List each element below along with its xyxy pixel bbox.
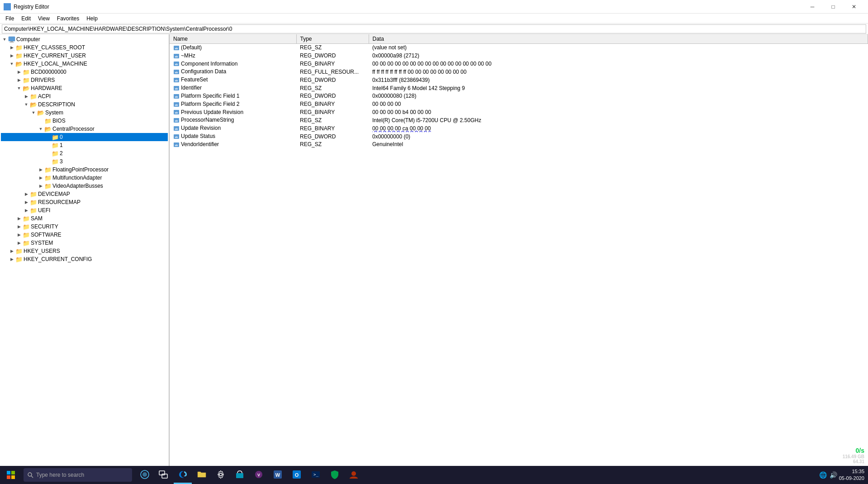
search-box[interactable]: Type here to search (24, 468, 132, 482)
taskbar-agent-icon[interactable] (345, 466, 363, 484)
minimize-button[interactable]: ─ (802, 0, 823, 14)
tree-item-system[interactable]: ▼ 📂 System (1, 109, 168, 117)
table-row[interactable]: ab ~MHz REG_DWORD 0x00000a98 (2712) (170, 52, 868, 60)
tree-item-uefi[interactable]: ▶ 📁 UEFI (1, 206, 168, 214)
tree-item-hkey-classes-root[interactable]: ▶ 📁 HKEY_CLASSES_ROOT (1, 43, 168, 52)
table-row[interactable]: ab Platform Specific Field 2 REG_BINARY … (170, 100, 868, 108)
tree-item-multifunction[interactable]: ▶ 📁 MultifunctionAdapter (1, 174, 168, 182)
taskbar-explorer-icon[interactable] (193, 466, 211, 484)
table-row[interactable]: ab Identifier REG_SZ Intel64 Family 6 Mo… (170, 84, 868, 92)
tree-label-sam: SAM (31, 215, 43, 222)
close-button[interactable]: ✕ (844, 0, 864, 14)
tree-item-resourcemap[interactable]: ▶ 📁 RESOURCEMAP (1, 198, 168, 206)
toggle-system2[interactable]: ▶ (15, 239, 23, 247)
menu-view[interactable]: View (34, 14, 53, 23)
network-size2: 64.31 (843, 459, 864, 464)
toggle-hkey-local-machine[interactable]: ▼ (8, 60, 15, 67)
maximize-button[interactable]: □ (823, 0, 844, 14)
tree-item-security[interactable]: ▶ 📁 SECURITY (1, 223, 168, 231)
tree-item-hkey-local-machine[interactable]: ▼ 📂 HKEY_LOCAL_MACHINE (1, 60, 168, 68)
table-row[interactable]: ab ProcessorNameString REG_SZ Intel(R) C… (170, 116, 868, 124)
toggle-hkey-classes-root[interactable]: ▶ (8, 44, 15, 51)
tree-item-acpi[interactable]: ▶ 📁 ACPI (1, 92, 168, 100)
tree-item-description[interactable]: ▼ 📂 DESCRIPTION (1, 100, 168, 109)
tree-item-hkey-current-config[interactable]: ▶ 📁 HKEY_CURRENT_CONFIG (1, 255, 168, 263)
toggle-security[interactable]: ▶ (15, 223, 23, 230)
toggle-hkey-current-user[interactable]: ▶ (8, 52, 15, 59)
table-row[interactable]: ab FeatureSet REG_DWORD 0x311b3fff (8238… (170, 76, 868, 84)
tree-item-devicemap[interactable]: ▶ 📁 DEVICEMAP (1, 190, 168, 198)
col-header-name[interactable]: Name (170, 34, 296, 44)
menu-edit[interactable]: Edit (18, 14, 34, 23)
start-button[interactable] (0, 466, 22, 484)
toggle-devicemap[interactable]: ▶ (23, 190, 30, 198)
col-header-type[interactable]: Type (296, 34, 369, 44)
tree-item-hkey-current-user[interactable]: ▶ 📁 HKEY_CURRENT_USER (1, 52, 168, 60)
table-row[interactable]: ab Platform Specific Field 1 REG_DWORD 0… (170, 92, 868, 100)
toggle-hkey-current-config[interactable]: ▶ (8, 256, 15, 263)
toggle-sam[interactable]: ▶ (15, 215, 23, 222)
table-row[interactable]: ab (Default) REG_SZ (value not set) (170, 44, 868, 52)
toggle-acpi[interactable]: ▶ (23, 93, 30, 100)
toggle-system[interactable]: ▼ (30, 109, 37, 116)
tree-item-cpu0[interactable]: ▶ 📁 0 (1, 133, 168, 141)
toggle-videoadapter[interactable]: ▶ (37, 182, 44, 190)
table-row[interactable]: ab Previous Update Revision REG_BINARY 0… (170, 108, 868, 116)
tree-label-resourcemap: RESOURCEMAP (38, 199, 81, 205)
tree-item-cpu3[interactable]: ▶ 📁 3 (1, 157, 168, 166)
col-header-data[interactable]: Data (369, 34, 868, 44)
toggle-resourcemap[interactable]: ▶ (23, 199, 30, 206)
computer-icon (8, 36, 15, 43)
tree-item-videoadapter[interactable]: ▶ 📁 VideoAdapterBusses (1, 182, 168, 190)
tree-item-floating[interactable]: ▶ 📁 FloatingPointProcessor (1, 166, 168, 174)
reg-data-cell: 0x00000a98 (2712) (369, 52, 868, 60)
tree-item-sam[interactable]: ▶ 📁 SAM (1, 214, 168, 223)
toggle-computer[interactable]: ▼ (1, 36, 8, 43)
taskbar-edge-icon[interactable] (174, 466, 192, 484)
tree-item-cpu1[interactable]: ▶ 📁 1 (1, 141, 168, 149)
tree-item-hardware[interactable]: ▼ 📂 HARDWARE (1, 84, 168, 92)
table-row[interactable]: ab VendorIdentifier REG_SZ GenuineIntel (170, 140, 868, 148)
taskbar-vega-icon[interactable]: V (250, 466, 268, 484)
taskbar-outlook-icon[interactable]: O (288, 466, 306, 484)
tree-label-system2: SYSTEM (31, 240, 53, 246)
tree-item-system2[interactable]: ▶ 📁 SYSTEM (1, 239, 168, 247)
toggle-floating[interactable]: ▶ (37, 166, 44, 173)
table-row[interactable]: ab Component Information REG_BINARY 00 0… (170, 60, 868, 68)
tree-item-drivers[interactable]: ▶ 📁 DRIVERS (1, 76, 168, 84)
taskbar-settings-icon[interactable] (212, 466, 230, 484)
tree-item-computer[interactable]: ▼ Computer (1, 35, 168, 43)
address-input[interactable] (2, 24, 866, 33)
toggle-centralprocessor[interactable]: ▼ (37, 125, 44, 133)
menu-favorites[interactable]: Favorites (53, 14, 83, 23)
taskbar-store-icon[interactable] (231, 466, 249, 484)
taskbar-security-icon[interactable] (326, 466, 344, 484)
tree-panel[interactable]: ▼ Computer ▶ 📁 HKEY_CLASSES_ROOT ▶ 📁 HKE… (0, 34, 170, 466)
menu-file[interactable]: File (2, 14, 18, 23)
tree-label-bcd: BCD00000000 (31, 69, 66, 75)
svg-rect-35 (7, 475, 10, 479)
table-row[interactable]: ab Update Revision REG_BINARY 00 00 00 0… (170, 124, 868, 133)
toggle-description[interactable]: ▼ (23, 101, 30, 108)
tree-item-bcd[interactable]: ▶ 📁 BCD00000000 (1, 68, 168, 76)
tree-item-centralprocessor[interactable]: ▼ 📂 CentralProcessor (1, 125, 168, 133)
tree-item-cpu2[interactable]: ▶ 📁 2 (1, 149, 168, 157)
table-row[interactable]: ab Update Status REG_DWORD 0x00000000 (0… (170, 133, 868, 141)
toggle-hardware[interactable]: ▼ (15, 85, 23, 92)
tree-item-software[interactable]: ▶ 📁 SOFTWARE (1, 231, 168, 239)
table-row[interactable]: ab Configuration Data REG_FULL_RESOUR...… (170, 68, 868, 76)
toggle-uefi[interactable]: ▶ (23, 207, 30, 214)
toggle-bcd[interactable]: ▶ (15, 68, 23, 76)
toggle-software[interactable]: ▶ (15, 231, 23, 238)
toggle-multifunction[interactable]: ▶ (37, 174, 44, 181)
folder-icon-security: 📁 (23, 223, 30, 230)
taskbar-cortana-icon[interactable] (136, 466, 154, 484)
taskbar-terminal-icon[interactable]: >_ (307, 466, 325, 484)
toggle-hkey-users[interactable]: ▶ (8, 247, 15, 255)
toggle-drivers[interactable]: ▶ (15, 76, 23, 84)
taskbar-word-icon[interactable]: W (269, 466, 287, 484)
tree-item-bios[interactable]: ▶ 📁 BIOS (1, 117, 168, 125)
menu-help[interactable]: Help (83, 14, 101, 23)
tree-item-hkey-users[interactable]: ▶ 📁 HKEY_USERS (1, 247, 168, 255)
taskbar-taskview-icon[interactable] (155, 466, 173, 484)
